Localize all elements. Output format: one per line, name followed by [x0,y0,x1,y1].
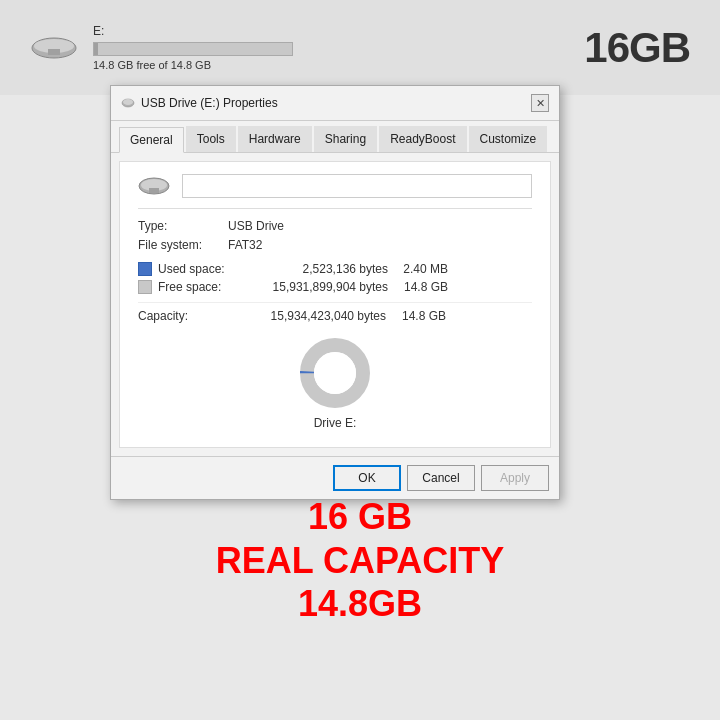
filesystem-value: FAT32 [228,238,262,252]
titlebar-left: USB Drive (E:) Properties [121,96,278,110]
dialog-titlebar: USB Drive (E:) Properties ✕ [111,86,559,121]
type-row: Type: USB Drive [138,219,532,233]
donut-chart [295,333,375,413]
free-bytes: 15,931,899,904 bytes [243,280,388,294]
free-space-row: Free space: 15,931,899,904 bytes 14.8 GB [138,280,532,294]
tab-tools[interactable]: Tools [186,126,236,152]
svg-rect-2 [48,49,60,55]
tab-general[interactable]: General [119,127,184,153]
progress-bar-container [93,42,293,56]
info-grid: Type: USB Drive File system: FAT32 [138,219,532,252]
drive-name-input[interactable] [182,174,532,198]
used-human: 2.40 MB [388,262,448,276]
overlay-line-2: REAL CAPACITY [0,539,720,582]
used-bytes: 2,523,136 bytes [243,262,388,276]
drive-icon [138,175,170,197]
type-label: Type: [138,219,228,233]
filesystem-row: File system: FAT32 [138,238,532,252]
top-info: E: 14.8 GB free of 14.8 GB [93,24,569,71]
cancel-button[interactable]: Cancel [407,465,475,491]
svg-rect-7 [149,188,159,193]
capacity-human: 14.8 GB [386,309,446,323]
svg-point-4 [123,99,133,105]
drive-label-top: E: [93,24,569,38]
progress-bar-fill [94,43,98,55]
used-label: Used space: [158,262,243,276]
capacity-label: Capacity: [138,309,241,323]
capacity-row: Capacity: 15,934,423,040 bytes 14.8 GB [138,302,532,323]
free-indicator [138,280,152,294]
overlay-line-3: 14.8GB [0,582,720,625]
free-space-text: 14.8 GB free of 14.8 GB [93,59,569,71]
overlay-line-1: 16 GB [0,495,720,538]
chart-area: Drive E: [138,333,532,430]
overlay-text: 16 GB REAL CAPACITY 14.8GB [0,495,720,625]
free-human: 14.8 GB [388,280,448,294]
svg-point-10 [314,352,356,394]
properties-dialog: USB Drive (E:) Properties ✕ General Tool… [110,85,560,500]
apply-button[interactable]: Apply [481,465,549,491]
usb-icon-top [30,33,78,63]
drive-header [138,174,532,209]
dialog-title: USB Drive (E:) Properties [141,96,278,110]
tabs-container: General Tools Hardware Sharing ReadyBoos… [111,121,559,153]
filesystem-label: File system: [138,238,228,252]
size-badge: 16GB [584,24,690,72]
drive-name-label: Drive E: [314,416,357,430]
tab-sharing[interactable]: Sharing [314,126,377,152]
ok-button[interactable]: OK [333,465,401,491]
free-label: Free space: [158,280,243,294]
tab-readyboost[interactable]: ReadyBoost [379,126,466,152]
dialog-content: Type: USB Drive File system: FAT32 Used … [119,161,551,448]
space-section: Used space: 2,523,136 bytes 2.40 MB Free… [138,262,532,323]
dialog-icon [121,96,135,110]
close-button[interactable]: ✕ [531,94,549,112]
capacity-bytes: 15,934,423,040 bytes [241,309,386,323]
top-area: E: 14.8 GB free of 14.8 GB 16GB [0,0,720,95]
used-space-row: Used space: 2,523,136 bytes 2.40 MB [138,262,532,276]
tab-customize[interactable]: Customize [469,126,548,152]
type-value: USB Drive [228,219,284,233]
tab-hardware[interactable]: Hardware [238,126,312,152]
used-indicator [138,262,152,276]
dialog-footer: OK Cancel Apply [111,456,559,499]
